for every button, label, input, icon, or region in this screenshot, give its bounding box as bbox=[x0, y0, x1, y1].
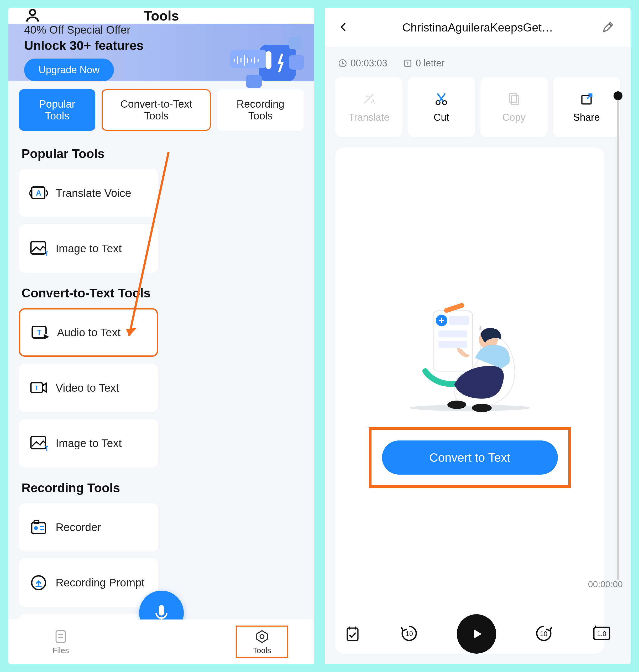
svg-rect-43 bbox=[159, 605, 164, 615]
tool-translate-voice[interactable]: A Translate Voice bbox=[19, 169, 158, 217]
tool-label: Recording Prompt bbox=[56, 576, 144, 589]
svg-marker-81 bbox=[474, 629, 482, 639]
tool-audio-to-text[interactable]: T Audio to Text bbox=[19, 308, 158, 357]
play-icon bbox=[469, 626, 484, 642]
svg-rect-2 bbox=[230, 50, 267, 68]
tab-popular[interactable]: Popular Tools bbox=[19, 89, 95, 131]
bottom-nav: Files Tools bbox=[9, 620, 314, 664]
svg-text:A: A bbox=[36, 188, 41, 197]
rewind-icon: 10 bbox=[399, 623, 420, 644]
tab-convert-text[interactable]: Convert-to-Text Tools bbox=[102, 89, 211, 131]
content-area: Convert to Text bbox=[335, 147, 604, 654]
svg-text:A: A bbox=[371, 98, 375, 105]
notes-button[interactable] bbox=[343, 624, 362, 644]
svg-text:10: 10 bbox=[540, 630, 547, 637]
screen-detail: ChristinaAguileraKeepsGet… 00:03:03 T 0 … bbox=[325, 8, 630, 664]
forward-button[interactable]: 10 bbox=[533, 623, 554, 645]
svg-rect-6 bbox=[266, 51, 271, 69]
clock-icon bbox=[338, 59, 347, 68]
svg-text:1.0: 1.0 bbox=[597, 630, 606, 637]
svg-rect-4 bbox=[289, 37, 302, 49]
header: ChristinaAguileraKeepsGet… bbox=[325, 8, 630, 47]
files-icon bbox=[53, 629, 68, 644]
tool-label: Image to Text bbox=[56, 437, 122, 450]
page-title: Tools bbox=[144, 8, 179, 24]
tool-label: Image to Text bbox=[56, 242, 122, 255]
svg-point-32 bbox=[34, 526, 38, 530]
translate-icon: 中A bbox=[361, 91, 377, 107]
promo-banner[interactable]: 40% Off Special Offer Unlock 30+ feature… bbox=[9, 24, 314, 81]
scissors-icon bbox=[434, 91, 449, 107]
upgrade-button[interactable]: Upgrade Now bbox=[24, 59, 114, 81]
slider-knob[interactable] bbox=[613, 91, 622, 100]
header: Tools bbox=[9, 8, 314, 24]
tool-recorder[interactable]: Recorder bbox=[19, 503, 158, 551]
progress-slider[interactable] bbox=[617, 94, 619, 580]
rewind-button[interactable]: 10 bbox=[399, 623, 420, 645]
tool-recording-prompt[interactable]: Recording Prompt bbox=[19, 558, 158, 607]
promo-line2: Unlock 30+ features bbox=[24, 38, 144, 53]
notes-icon bbox=[343, 624, 362, 643]
duration: 00:03:03 bbox=[338, 58, 387, 69]
player-controls: 10 10 1.0 bbox=[325, 614, 630, 654]
copy-icon bbox=[506, 91, 522, 107]
svg-point-71 bbox=[479, 328, 482, 330]
svg-marker-26 bbox=[43, 383, 46, 392]
illustration bbox=[402, 300, 538, 414]
letter-count: T 0 letter bbox=[403, 58, 445, 69]
svg-text:10: 10 bbox=[406, 630, 413, 637]
svg-rect-66 bbox=[438, 341, 467, 348]
section-popular-title: Popular Tools bbox=[9, 139, 314, 166]
svg-text:中: 中 bbox=[366, 93, 371, 99]
chevron-left-icon bbox=[338, 21, 349, 33]
svg-rect-64 bbox=[449, 316, 469, 325]
tool-video-to-text[interactable]: T Video to Text bbox=[19, 363, 158, 412]
svg-point-76 bbox=[472, 404, 492, 412]
meta-row: 00:03:03 T 0 letter bbox=[325, 47, 630, 77]
svg-rect-44 bbox=[56, 631, 65, 643]
back-button[interactable] bbox=[338, 21, 349, 34]
tool-label: Recorder bbox=[56, 521, 101, 534]
pencil-icon bbox=[601, 20, 615, 34]
tool-label: Audio to Text bbox=[57, 326, 121, 339]
share-icon bbox=[579, 91, 594, 107]
video-to-text-icon: T bbox=[29, 379, 48, 397]
promo-art bbox=[215, 34, 304, 98]
action-translate[interactable]: 中A Translate bbox=[335, 77, 403, 137]
svg-marker-47 bbox=[257, 631, 267, 643]
action-cut[interactable]: Cut bbox=[408, 77, 475, 137]
svg-rect-5 bbox=[246, 75, 262, 88]
translate-voice-icon: A bbox=[29, 184, 48, 202]
svg-text:T: T bbox=[35, 384, 39, 392]
svg-text:T: T bbox=[406, 61, 409, 66]
convert-button[interactable]: Convert to Text bbox=[382, 440, 558, 474]
profile-icon[interactable] bbox=[24, 8, 41, 25]
section-convert-title: Convert-to-Text Tools bbox=[9, 278, 314, 306]
nav-tools[interactable]: Tools bbox=[236, 626, 288, 658]
audio-to-text-icon: T bbox=[31, 324, 49, 342]
svg-rect-77 bbox=[347, 628, 358, 641]
image-to-text-icon: T bbox=[29, 434, 48, 453]
action-copy[interactable]: Copy bbox=[480, 77, 548, 137]
speed-button[interactable]: 1.0 bbox=[591, 623, 612, 645]
svg-rect-60 bbox=[511, 95, 519, 105]
tool-image-to-text-2[interactable]: T Image to Text bbox=[19, 419, 158, 468]
svg-rect-3 bbox=[289, 55, 304, 69]
play-button[interactable] bbox=[457, 614, 496, 654]
action-row: 中A Translate Cut Copy Share bbox=[325, 77, 630, 137]
recorder-icon bbox=[29, 518, 48, 536]
svg-rect-65 bbox=[438, 330, 467, 337]
tools-icon bbox=[254, 629, 270, 644]
svg-rect-31 bbox=[34, 520, 39, 523]
tool-image-to-text[interactable]: T Image to Text bbox=[19, 224, 158, 273]
svg-text:T: T bbox=[37, 328, 42, 336]
image-to-text-icon: T bbox=[29, 239, 48, 258]
screen-tools: Tools 40% Off Special Offer Unlock 30+ f… bbox=[9, 8, 314, 664]
edit-button[interactable] bbox=[601, 20, 615, 35]
svg-rect-28 bbox=[31, 436, 45, 449]
nav-files[interactable]: Files bbox=[34, 629, 87, 655]
section-recording-title: Recording Tools bbox=[9, 473, 314, 500]
action-share[interactable]: Share bbox=[553, 77, 620, 137]
svg-rect-19 bbox=[31, 241, 45, 254]
svg-point-48 bbox=[260, 635, 264, 639]
